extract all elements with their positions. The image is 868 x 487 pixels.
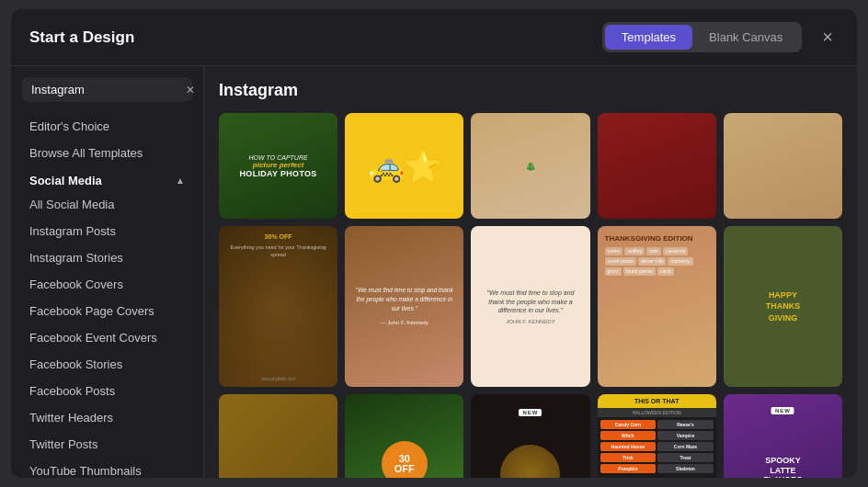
spooky-title: SPOOKYLATTEFLAVORS xyxy=(763,456,802,478)
clear-icon[interactable]: ✕ xyxy=(186,84,195,96)
template-card-couple[interactable]: "We must find time to stop and thank the… xyxy=(345,226,463,387)
template-card-food-spread[interactable]: 30% OFF Everything you need for your Tha… xyxy=(219,226,337,387)
search-bar[interactable]: ✕ 🔍 xyxy=(22,77,192,102)
happy-thanksgiving-text: HAPPYTHANKSGIVING xyxy=(766,289,801,324)
sidebar-item-all-social-media[interactable]: All Social Media xyxy=(11,191,203,218)
card-bottom-text: HOLIDAY PHOTOS xyxy=(240,169,317,178)
quote-author: JOHN F. KENNEDY xyxy=(506,319,554,324)
tot-row-5: Pumpkin Skeleton xyxy=(600,464,714,473)
template-card-spooky2[interactable]: NEW SPOOKYLATTEFLAVORS All October Long … xyxy=(724,394,842,478)
sidebar-item-facebook-stories[interactable]: Facebook Stories xyxy=(11,351,203,378)
template-card-spooky-latte[interactable]: NEW Spooky Latte Flavors ALL OCTOBER LON… xyxy=(471,394,589,478)
start-a-design-modal: Start a Design Templates Blank Canvas × … xyxy=(11,9,857,478)
modal-body: ✕ 🔍 Editor's Choice Browse All Templates… xyxy=(11,66,857,478)
template-card-quote[interactable]: "We must find time to stop and thank the… xyxy=(471,226,589,387)
tot-header: THIS OR THAT xyxy=(598,394,716,408)
tot-rows: Candy Corn Reese's Witch Vampire Haunted… xyxy=(598,417,716,478)
template-card-dark-red[interactable] xyxy=(598,113,716,219)
modal-title: Start a Design xyxy=(29,28,602,47)
template-grid-row1: HOW TO CAPTURE picture perfect HOLIDAY P… xyxy=(219,113,842,219)
template-card-happy-thanksgiving[interactable]: HAPPYTHANKSGIVING xyxy=(724,226,842,387)
search-input[interactable] xyxy=(31,83,186,96)
social-media-label: Social Media xyxy=(29,174,102,187)
tot-row-1: Candy Corn Reese's xyxy=(600,420,714,429)
tab-templates[interactable]: Templates xyxy=(605,25,692,50)
tot-row-4: Trick Treat xyxy=(600,453,714,462)
chevron-up-icon: ▲ xyxy=(176,176,185,186)
latte-new-label: NEW xyxy=(471,402,589,418)
sidebar-item-instagram-posts[interactable]: Instagram Posts xyxy=(11,218,203,244)
card-italic-text: picture perfect xyxy=(253,161,304,169)
tab-blank-canvas[interactable]: Blank Canvas xyxy=(692,25,799,50)
template-card-food-spread2[interactable]: www.anybelle.com xyxy=(219,394,337,478)
sidebar-item-browse-all[interactable]: Browse All Templates xyxy=(11,140,203,166)
template-card-trick-or-treat[interactable]: 30OFF TRICK OR TREAT SALE Everything you… xyxy=(345,394,463,478)
modal-header: Start a Design Templates Blank Canvas × xyxy=(11,9,857,66)
content-title: Instagram xyxy=(219,81,842,100)
card-top-text: HOW TO CAPTURE xyxy=(249,154,308,161)
template-card-thanksgiving[interactable]: THANKSGIVING EDITION turkey stuffing ham… xyxy=(598,226,716,387)
template-card-holiday-photos[interactable]: HOW TO CAPTURE picture perfect HOLIDAY P… xyxy=(219,113,337,219)
sidebar-item-facebook-page-covers[interactable]: Facebook Page Covers xyxy=(11,298,203,324)
sidebar-item-editors-choice[interactable]: Editor's Choice xyxy=(11,113,203,140)
template-card-this-or-that[interactable]: THIS OR THAT HALLOWEEN EDITION Candy Cor… xyxy=(598,394,716,478)
trick-orange-circle: 30OFF xyxy=(382,441,428,478)
quote-text: "We must find time to stop and thank the… xyxy=(480,289,580,315)
sidebar-item-facebook-event-covers[interactable]: Facebook Event Covers xyxy=(11,324,203,351)
latte-cup-icon xyxy=(500,445,560,478)
tab-group: Templates Blank Canvas xyxy=(602,22,802,52)
trick-discount: 30OFF xyxy=(394,454,415,474)
close-button[interactable]: × xyxy=(817,25,839,50)
sidebar-item-twitter-headers[interactable]: Twitter Headers xyxy=(11,404,203,431)
template-grid-row2: 30% OFF Everything you need for your Tha… xyxy=(219,226,842,387)
tot-row-2: Witch Vampire xyxy=(600,431,714,440)
content-area: Instagram HOW TO CAPTURE picture perfect… xyxy=(204,66,857,478)
sidebar-item-facebook-covers[interactable]: Facebook Covers xyxy=(11,271,203,298)
template-card-beige[interactable] xyxy=(724,113,842,219)
sidebar-item-youtube-thumbnails[interactable]: YouTube Thumbnails xyxy=(11,458,203,478)
tot-sub-header: HALLOWEEN EDITION xyxy=(598,408,716,417)
new-badge: NEW xyxy=(519,409,542,416)
social-media-section-header[interactable]: Social Media ▲ xyxy=(11,166,203,191)
template-card-warm[interactable]: 🎄 xyxy=(471,113,589,219)
sidebar-item-facebook-posts[interactable]: Facebook Posts xyxy=(11,378,203,404)
template-grid-row3: www.anybelle.com 30OFF TRICK OR TREAT SA… xyxy=(219,394,842,478)
tot-row-3: Haunted House Corn Maze xyxy=(600,442,714,451)
sidebar-item-instagram-stories[interactable]: Instagram Stories xyxy=(11,244,203,271)
sidebar: ✕ 🔍 Editor's Choice Browse All Templates… xyxy=(11,66,204,478)
taxi-icon: 🚕⭐ xyxy=(368,149,441,184)
template-card-taxi[interactable]: 🚕⭐ xyxy=(345,113,463,219)
sidebar-item-twitter-posts[interactable]: Twitter Posts xyxy=(11,431,203,458)
